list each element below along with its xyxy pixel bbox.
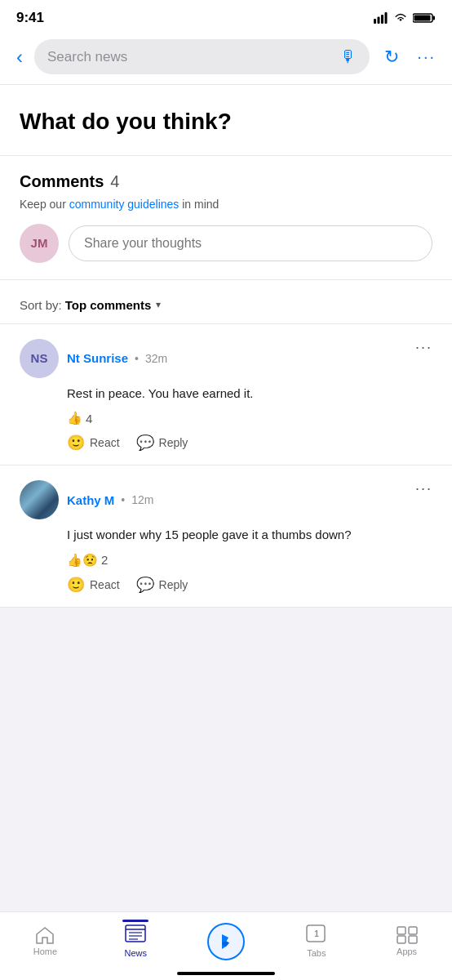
divider <box>0 279 452 280</box>
search-bar[interactable]: Search news 🎙 <box>34 39 370 74</box>
svg-rect-3 <box>385 12 388 24</box>
thumbs-emoji: 👍 <box>67 411 82 425</box>
apps-icon <box>397 926 418 944</box>
bing-button[interactable] <box>207 923 245 960</box>
bottom-nav: Home News 1 <box>0 911 452 980</box>
reaction-row: 👍 4 <box>67 411 432 425</box>
guidelines-text: Keep our community guidelines in mind <box>20 198 432 211</box>
page-title: What do you think? <box>20 108 432 136</box>
guidelines-link[interactable]: community guidelines <box>69 198 179 211</box>
home-icon <box>35 926 55 944</box>
comment-user-info: Nt Sunrise • 32m <box>67 351 167 365</box>
comments-count: 4 <box>110 172 119 191</box>
bing-icon <box>215 931 237 952</box>
header: ‹ Search news 🎙 ↻ ··· <box>0 33 452 85</box>
comments-header: Comments 4 <box>20 172 432 191</box>
action-row-2: 🙂 React 💬 Reply <box>67 576 432 594</box>
status-icons <box>374 12 436 24</box>
more-button[interactable]: ··· <box>414 44 439 69</box>
svg-rect-6 <box>414 16 431 21</box>
comment-input[interactable] <box>69 225 432 261</box>
svg-rect-16 <box>397 936 405 943</box>
sort-arrow-icon: ▾ <box>156 299 161 310</box>
comment-text-2: I just wonder why 15 people gave it a th… <box>67 526 432 545</box>
signal-icon <box>374 12 388 24</box>
react-button[interactable]: 🙂 React <box>67 434 120 452</box>
nav-label-news: News <box>124 948 147 958</box>
comment-user-row-2: Kathy M • 12m <box>20 480 153 519</box>
back-button[interactable]: ‹ <box>13 42 26 72</box>
comment-more-button-2[interactable]: ··· <box>415 480 432 497</box>
thumbs-count: 👍 4 <box>67 411 92 425</box>
nav-item-home[interactable]: Home <box>0 912 91 964</box>
action-row: 🙂 React 💬 Reply <box>67 434 432 452</box>
comment-body-2: I just wonder why 15 people gave it a th… <box>67 526 432 594</box>
comment-header-2: Kathy M • 12m ··· <box>20 480 432 519</box>
reply-button[interactable]: 💬 Reply <box>136 434 188 452</box>
react-icon-2: 🙂 <box>67 576 85 594</box>
wdyt-section: What do you think? <box>0 85 452 156</box>
thumbs-emoji-2: 👍😟 <box>67 553 98 568</box>
thumbs-number: 4 <box>86 412 92 425</box>
nav-label-tabs: Tabs <box>307 948 326 958</box>
svg-rect-0 <box>374 19 376 24</box>
battery-icon <box>413 12 436 24</box>
reply-label-2: Reply <box>159 578 188 591</box>
search-input[interactable]: Search news <box>47 49 334 65</box>
comment-username: Nt Sunrise <box>67 351 128 365</box>
nav-item-bing[interactable] <box>181 912 272 964</box>
comment-more-button[interactable]: ··· <box>415 339 432 356</box>
comment-username-2: Kathy M <box>67 493 114 507</box>
tabs-icon: 1 <box>306 924 327 942</box>
reply-icon: 💬 <box>136 434 154 452</box>
tabs-badge: 1 <box>306 924 327 946</box>
status-bar: 9:41 <box>0 0 452 33</box>
news-icon-wrapper <box>125 924 146 946</box>
reply-icon-2: 💬 <box>136 576 154 594</box>
comment-item: NS Nt Sunrise • 32m ··· Rest in peace. Y… <box>0 324 452 466</box>
react-icon: 🙂 <box>67 434 85 452</box>
svg-text:1: 1 <box>314 929 319 938</box>
thumbs-number-2: 2 <box>101 553 108 567</box>
comment-text: Rest in peace. You have earned it. <box>67 385 432 403</box>
comments-section: Comments 4 Keep our community guidelines… <box>0 156 452 263</box>
sort-by-row[interactable]: Sort by: Top comments ▾ <box>0 287 452 324</box>
svg-rect-15 <box>409 927 417 934</box>
comment-time-2: 12m <box>131 493 153 506</box>
current-user-avatar: JM <box>20 224 59 263</box>
comment-separator: • <box>135 352 139 365</box>
svg-rect-17 <box>409 936 417 943</box>
comment-header: NS Nt Sunrise • 32m ··· <box>20 339 432 378</box>
thumbs-count-2: 👍😟 2 <box>67 553 108 568</box>
nav-label-home: Home <box>33 947 57 956</box>
nav-item-tabs[interactable]: 1 Tabs <box>271 912 361 964</box>
reload-button[interactable]: ↻ <box>378 43 405 71</box>
comment-item-2: Kathy M • 12m ··· I just wonder why 15 p… <box>0 466 452 608</box>
reply-label: Reply <box>159 436 188 449</box>
mic-icon[interactable]: 🎙 <box>340 47 357 66</box>
comment-input-row: JM <box>20 224 432 263</box>
react-button-2[interactable]: 🙂 React <box>67 576 120 594</box>
reply-button-2[interactable]: 💬 Reply <box>136 576 188 594</box>
sort-value: Top comments <box>65 298 152 312</box>
news-active-bar <box>122 920 148 922</box>
svg-rect-1 <box>378 17 380 24</box>
react-label: React <box>90 436 120 449</box>
reaction-row-2: 👍😟 2 <box>67 553 432 568</box>
news-icon <box>125 924 146 942</box>
home-indicator <box>177 972 275 975</box>
user-avatar-kathy <box>20 480 59 519</box>
comment-body: Rest in peace. You have earned it. 👍 4 🙂… <box>67 385 432 452</box>
nav-item-news[interactable]: News <box>91 912 181 964</box>
comments-label: Comments <box>20 172 104 191</box>
comment-user-info-2: Kathy M • 12m <box>67 493 153 507</box>
nav-item-apps[interactable]: Apps <box>361 912 452 964</box>
main-content: What do you think? Comments 4 Keep our c… <box>0 85 452 608</box>
svg-rect-5 <box>433 16 436 20</box>
comment-time: 32m <box>145 352 167 365</box>
react-label-2: React <box>90 578 120 591</box>
svg-rect-2 <box>381 15 383 24</box>
comment-separator-2: • <box>121 493 125 506</box>
status-time: 9:41 <box>16 10 44 26</box>
nav-label-apps: Apps <box>397 947 417 956</box>
